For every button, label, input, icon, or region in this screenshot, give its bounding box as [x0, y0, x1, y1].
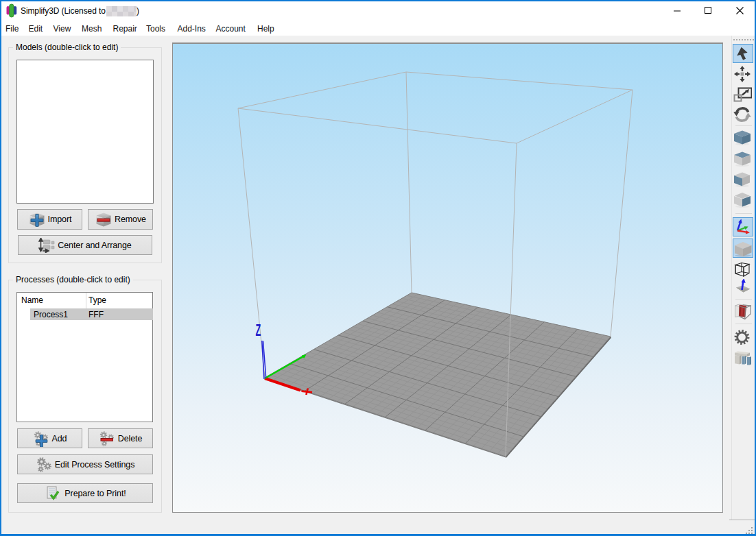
svg-text:Z: Z	[256, 321, 261, 339]
